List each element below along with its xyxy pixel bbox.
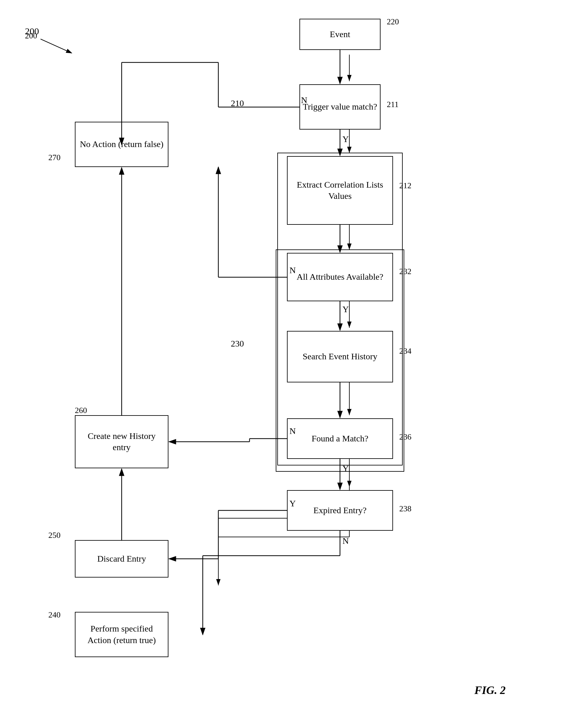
- expired-node: Expired Entry?: [287, 490, 393, 531]
- perform-node: Perform specified Action (return true): [75, 612, 169, 657]
- ref-240: 240: [48, 610, 61, 620]
- search-node: Search Event History: [287, 331, 393, 382]
- ref-236: 236: [399, 432, 411, 442]
- discard-node: Discard Entry: [75, 540, 169, 578]
- ref-200: 200: [25, 31, 37, 41]
- diagram: 200 Event 220 Trigger value match? 211 E…: [0, 0, 568, 728]
- ref-250: 250: [48, 531, 61, 540]
- ref-260: 260: [75, 406, 87, 415]
- ref-270: 270: [48, 153, 61, 162]
- create-node: Create new History entry: [75, 415, 169, 468]
- event-node: Event: [299, 19, 380, 50]
- trigger-node: Trigger value match?: [299, 84, 380, 130]
- ref-212: 212: [399, 181, 411, 190]
- ref-232: 232: [399, 267, 411, 276]
- extract-node: Extract Correlation Lists Values: [287, 156, 393, 225]
- ref-234: 234: [399, 347, 411, 356]
- ref-211: 211: [387, 100, 399, 109]
- all-attr-node: All Attributes Available?: [287, 253, 393, 301]
- figure-label: FIG. 2: [474, 684, 506, 697]
- no-action-node: No Action (return false): [75, 122, 169, 167]
- found-node: Found a Match?: [287, 418, 393, 459]
- ref-238: 238: [399, 504, 411, 514]
- ref-220: 220: [387, 17, 399, 27]
